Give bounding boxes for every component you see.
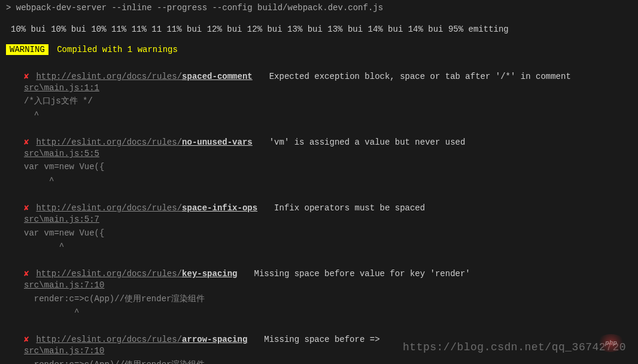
lint-error: ✘ http://eslint.org/docs/rules/spaced-co… <box>6 71 632 121</box>
error-location[interactable]: src\main.js:5:5 <box>24 147 632 160</box>
error-location[interactable]: src\main.js:7:10 <box>24 279 632 292</box>
rule-link[interactable]: http://eslint.org/docs/rules/spaced-comm… <box>36 72 252 81</box>
error-location[interactable]: src\main.js:1:1 <box>24 81 632 94</box>
error-x-icon: ✘ <box>24 137 29 147</box>
warning-text: Compiled with 1 warnings <box>57 45 178 54</box>
error-x-icon: ✘ <box>24 334 29 344</box>
lint-error: ✘ http://eslint.org/docs/rules/key-spaci… <box>6 268 632 319</box>
rule-name: spaced-comment <box>182 72 253 81</box>
error-message: 'vm' is assigned a value but never used <box>269 137 466 147</box>
error-message: Infix operators must be spaced <box>274 203 425 213</box>
rule-link[interactable]: http://eslint.org/docs/rules/space-infix… <box>36 203 257 213</box>
caret-pointer: ^ <box>24 108 632 121</box>
code-snippet: render:c=>c(App)//使用render渲染组件 <box>24 292 632 305</box>
error-x-icon: ✘ <box>24 203 29 213</box>
error-message: Missing space before => <box>264 335 379 344</box>
code-snippet: render:c=>c(App)//使用render渲染组件 <box>24 358 632 364</box>
rule-link[interactable]: http://eslint.org/docs/rules/no-unused-v… <box>36 137 252 147</box>
caret-pointer: ^ <box>24 174 632 187</box>
caret-pointer: ^ <box>24 305 632 319</box>
caret-pointer: ^ <box>24 240 632 253</box>
rule-link[interactable]: http://eslint.org/docs/rules/arrow-spaci… <box>36 335 247 344</box>
progress-line: 10% bui 10% bui 10% 11% 11% 11 11% bui 1… <box>6 23 632 36</box>
rule-name: space-infix-ops <box>182 203 257 213</box>
rule-name: key-spacing <box>182 269 237 279</box>
code-snippet: var vm=new Vue({ <box>24 160 632 173</box>
error-x-icon: ✘ <box>24 71 29 81</box>
error-message: Missing space before value for key 'rend… <box>254 269 470 279</box>
warning-line: WARNING Compiled with 1 warnings <box>6 45 632 54</box>
error-message: Expected exception block, space or tab a… <box>269 72 571 81</box>
lint-error: ✘ http://eslint.org/docs/rules/no-unused… <box>6 137 632 187</box>
code-snippet: /*入口js文件 */ <box>24 94 632 108</box>
rule-name: arrow-spacing <box>182 335 247 344</box>
rule-name: no-unused-vars <box>182 137 253 147</box>
command-line: > webpack-dev-server --inline --progress… <box>6 0 632 14</box>
rule-link[interactable]: http://eslint.org/docs/rules/key-spacing <box>36 269 237 279</box>
error-location[interactable]: src\main.js:5:7 <box>24 213 632 226</box>
error-x-icon: ✘ <box>24 268 29 279</box>
code-snippet: var vm=new Vue({ <box>24 227 632 240</box>
watermark-text: https://blog.csdn.net/qq_36742720 <box>403 341 626 353</box>
warning-badge: WARNING <box>6 44 48 55</box>
php-badge-icon: php <box>596 334 626 352</box>
lint-error: ✘ http://eslint.org/docs/rules/space-inf… <box>6 203 632 253</box>
